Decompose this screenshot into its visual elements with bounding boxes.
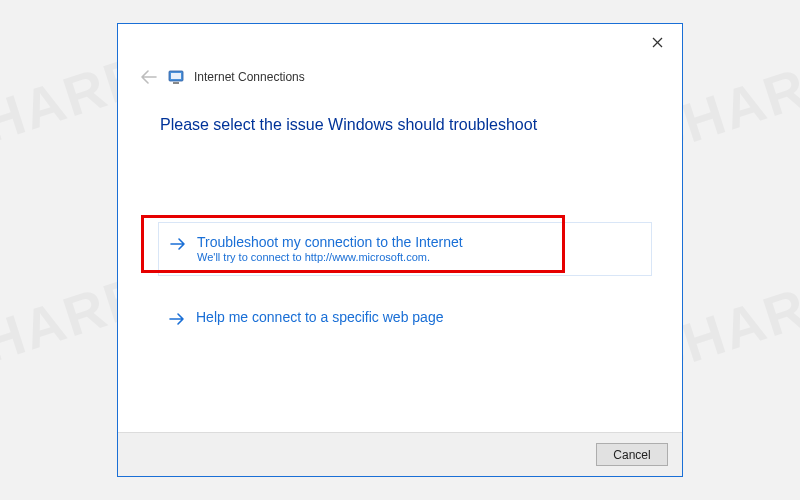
- option-subtitle: We'll try to connect to http://www.micro…: [197, 251, 463, 263]
- option-text: Help me connect to a specific web page: [196, 308, 443, 326]
- close-button[interactable]: [642, 30, 672, 54]
- troubleshooter-dialog: Internet Connections Please select the i…: [117, 23, 683, 477]
- option-specific-webpage[interactable]: Help me connect to a specific web page: [158, 298, 652, 340]
- option-troubleshoot-internet[interactable]: Troubleshoot my connection to the Intern…: [158, 222, 652, 276]
- back-button[interactable]: [140, 68, 158, 86]
- option-list: Troubleshoot my connection to the Intern…: [158, 222, 652, 340]
- option-text: Troubleshoot my connection to the Intern…: [197, 233, 463, 263]
- option-title: Troubleshoot my connection to the Intern…: [197, 233, 463, 251]
- svg-rect-3: [171, 73, 181, 79]
- arrow-left-icon: [141, 70, 157, 84]
- dialog-header: Internet Connections: [140, 68, 305, 86]
- svg-rect-4: [173, 82, 179, 84]
- dialog-footer: Cancel: [118, 432, 682, 476]
- cancel-button[interactable]: Cancel: [596, 443, 668, 466]
- instruction-text: Please select the issue Windows should t…: [160, 116, 537, 134]
- arrow-right-icon: [168, 310, 186, 328]
- option-title: Help me connect to a specific web page: [196, 308, 443, 326]
- close-icon: [652, 37, 663, 48]
- troubleshooter-icon: [168, 69, 184, 85]
- dialog-title: Internet Connections: [194, 70, 305, 84]
- arrow-right-icon: [169, 235, 187, 253]
